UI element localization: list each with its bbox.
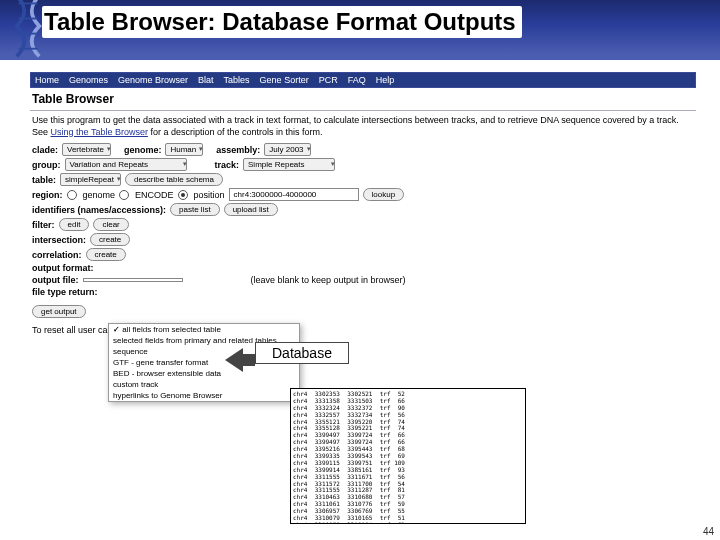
table-select[interactable]: simpleRepeat [60,173,121,186]
region-label: region: [32,190,63,200]
output-file-label: output file: [32,275,79,285]
filter-label: filter: [32,220,55,230]
region-encode-radio[interactable] [119,190,129,200]
output-file-hint: (leave blank to keep output in browser) [251,275,406,285]
dropdown-opt-bed[interactable]: BED - browser extensible data [109,368,299,379]
nav-tables[interactable]: Tables [224,75,250,85]
genome-select[interactable]: Human [165,143,203,156]
nav-pcr[interactable]: PCR [319,75,338,85]
section-title: Table Browser [30,88,696,111]
paste-list-button[interactable]: paste list [170,203,220,216]
sample-output-box: chr4 3302353 3302521 trf 52 chr4 3331358… [290,388,526,524]
nav-blat[interactable]: Blat [198,75,214,85]
using-table-browser-link[interactable]: Using the Table Browser [51,127,148,137]
nav-genome-browser[interactable]: Genome Browser [118,75,188,85]
nav-faq[interactable]: FAQ [348,75,366,85]
callout-database: Database [255,342,349,364]
describe-schema-button[interactable]: describe table schema [125,173,223,186]
intersection-create-button[interactable]: create [90,233,130,246]
callout-arrow-tail [243,354,255,366]
group-select[interactable]: Variation and Repeats [65,158,187,171]
clade-select[interactable]: Vertebrate [62,143,111,156]
dropdown-opt-all-fields[interactable]: all fields from selected table [109,324,299,335]
region-genome-radio[interactable] [67,190,77,200]
table-label: table: [32,175,56,185]
identifiers-label: identifiers (names/accessions): [32,205,166,215]
genome-label: genome: [124,145,162,155]
header-band: Table Browser: Database Format Outputs [0,0,720,60]
get-output-button[interactable]: get output [32,305,86,318]
nav-gene-sorter[interactable]: Gene Sorter [260,75,309,85]
file-type-return-label: file type return: [32,287,98,297]
lookup-button[interactable]: lookup [363,188,405,201]
group-label: group: [32,160,61,170]
nav-home[interactable]: Home [35,75,59,85]
assembly-label: assembly: [216,145,260,155]
slide-title: Table Browser: Database Format Outputs [42,6,522,38]
nav-genomes[interactable]: Genomes [69,75,108,85]
output-file-input[interactable] [83,278,183,282]
dropdown-opt-hyperlinks[interactable]: hyperlinks to Genome Browser [109,390,299,401]
position-input[interactable]: chr4:3000000-4000000 [229,188,359,201]
track-select[interactable]: Simple Repeats [243,158,335,171]
description-text: Use this program to get the data associa… [30,111,696,142]
callout-arrow-icon [225,348,243,372]
correlation-create-button[interactable]: create [86,248,126,261]
upload-list-button[interactable]: upload list [224,203,278,216]
region-position-radio[interactable] [178,190,188,200]
browser-page: Home Genomes Genome Browser Blat Tables … [30,72,696,341]
output-format-label: output format: [32,263,93,273]
filter-clear-button[interactable]: clear [93,218,128,231]
intersection-label: intersection: [32,235,86,245]
dropdown-opt-custom-track[interactable]: custom track [109,379,299,390]
assembly-select[interactable]: July 2003 [264,143,310,156]
ucsc-navbar: Home Genomes Genome Browser Blat Tables … [30,72,696,88]
track-label: track: [215,160,240,170]
filter-edit-button[interactable]: edit [59,218,90,231]
nav-help[interactable]: Help [376,75,395,85]
clade-label: clade: [32,145,58,155]
correlation-label: correlation: [32,250,82,260]
slide-page-number: 44 [703,526,714,537]
